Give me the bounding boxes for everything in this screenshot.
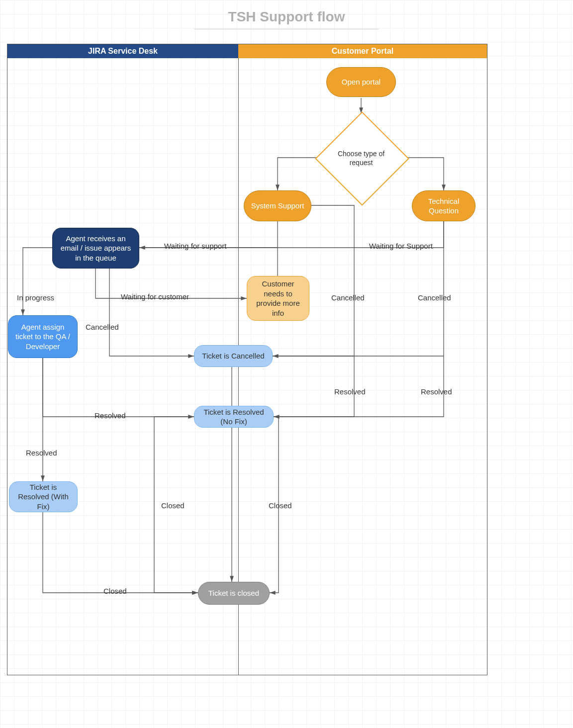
node-customer-more-info: Customer needs to provide more info [247, 276, 309, 321]
edge-closed-3: Closed [103, 587, 127, 595]
edge-waiting-for-support-right: Waiting for Support [369, 242, 433, 250]
title-underline [194, 29, 379, 29]
edge-waiting-for-support-left: Waiting for support [164, 242, 226, 250]
edge-resolved-right-1: Resolved [334, 387, 366, 396]
edge-resolved-right-2: Resolved [421, 387, 452, 396]
diagram-canvas: TSH Support flow JIRA Service Desk Custo… [0, 0, 573, 728]
edge-waiting-for-customer: Waiting for customer [121, 292, 189, 301]
node-agent-receives: Agent receives an email / issue appears … [52, 228, 139, 269]
node-agent-assign: Agent assign ticket to the QA / Develope… [8, 315, 78, 358]
node-choose-type-label: Choose type of request [329, 149, 393, 167]
lane-header-portal: Customer Portal [238, 44, 487, 58]
diagram-title: TSH Support flow [0, 9, 573, 25]
node-ticket-cancelled: Ticket is Cancelled [194, 345, 273, 367]
edge-closed-1: Closed [161, 501, 185, 510]
edge-in-progress: In progress [17, 293, 54, 302]
node-ticket-resolved-withfix: Ticket is Resolved (With Fix) [9, 481, 78, 512]
edge-resolved-1: Resolved [95, 411, 126, 420]
edge-cancelled-3: Cancelled [418, 293, 451, 302]
edge-resolved-2: Resolved [26, 449, 57, 457]
edge-cancelled-2: Cancelled [331, 293, 365, 302]
edge-closed-2: Closed [269, 501, 292, 510]
node-system-support: System Support [244, 190, 311, 221]
node-open-portal: Open portal [326, 67, 396, 97]
edge-cancelled-1: Cancelled [86, 323, 119, 331]
node-ticket-closed: Ticket is closed [198, 582, 270, 605]
node-ticket-resolved-nofix: Ticket is Resolved (No Fix) [194, 406, 274, 428]
lane-header-jira: JIRA Service Desk [7, 44, 238, 58]
node-technical-question: Technical Question [412, 190, 476, 221]
